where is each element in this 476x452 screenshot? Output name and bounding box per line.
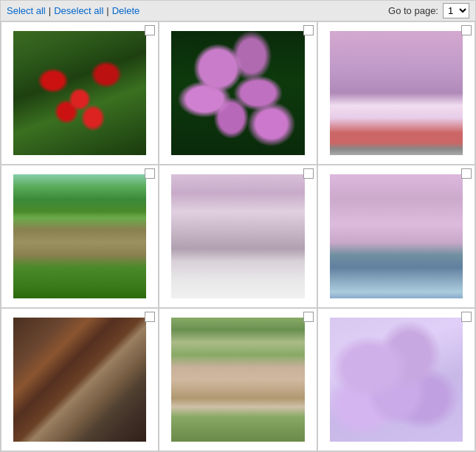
checkbox-2[interactable]: [303, 25, 314, 35]
checkbox-3[interactable]: [461, 25, 472, 35]
grid-cell-8: [159, 308, 317, 451]
image-7[interactable]: [13, 318, 146, 441]
grid-cell-4: [1, 165, 159, 308]
image-8[interactable]: [171, 318, 304, 441]
grid-cell-7: [1, 308, 159, 451]
goto-label: Go to page:: [388, 5, 438, 16]
toolbar-left: Select all | Deselect all | Delete: [7, 5, 139, 16]
delete-link[interactable]: Delete: [112, 5, 140, 16]
select-all-link[interactable]: Select all: [7, 5, 46, 16]
toolbar: Select all | Deselect all | Delete Go to…: [1, 1, 475, 21]
checkbox-5[interactable]: [303, 168, 314, 179]
image-grid: [1, 21, 475, 451]
app-container: Select all | Deselect all | Delete Go to…: [0, 0, 476, 452]
checkbox-1[interactable]: [145, 25, 155, 35]
deselect-all-link[interactable]: Deselect all: [54, 5, 103, 16]
grid-cell-5: [159, 165, 317, 308]
checkbox-8[interactable]: [303, 312, 314, 322]
grid-cell-3: [317, 21, 475, 165]
image-2[interactable]: [171, 31, 304, 154]
checkbox-9[interactable]: [461, 312, 472, 322]
image-3[interactable]: [330, 31, 463, 154]
toolbar-right: Go to page: 1 2 3: [388, 3, 469, 18]
image-1[interactable]: [13, 31, 146, 154]
checkbox-6[interactable]: [461, 168, 472, 179]
grid-cell-9: [317, 308, 475, 451]
image-6[interactable]: [330, 174, 463, 298]
grid-cell-6: [317, 165, 475, 308]
image-4[interactable]: [13, 174, 146, 298]
page-select[interactable]: 1 2 3: [443, 3, 469, 18]
checkbox-4[interactable]: [145, 168, 155, 179]
image-5[interactable]: [171, 174, 304, 298]
grid-cell-2: [159, 21, 317, 165]
checkbox-7[interactable]: [145, 312, 155, 322]
image-9[interactable]: [330, 318, 463, 441]
grid-cell-1: [1, 21, 159, 165]
separator-1: |: [49, 5, 51, 16]
separator-2: |: [106, 5, 108, 16]
